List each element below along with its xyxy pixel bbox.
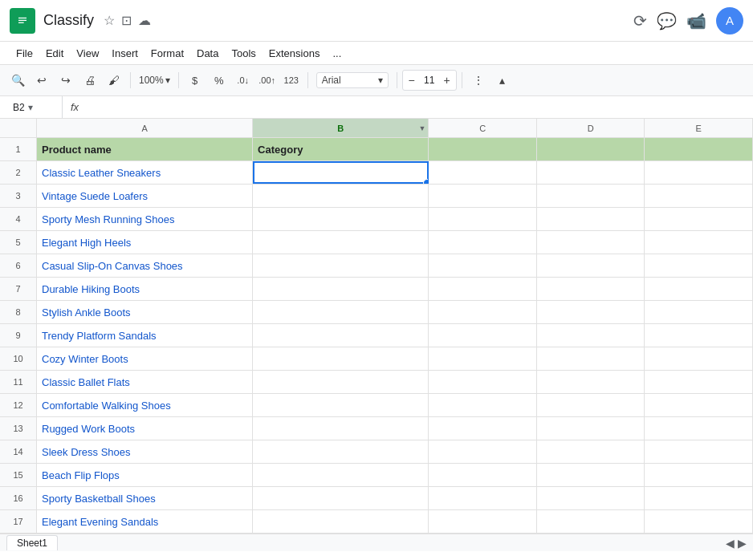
cell-a-2[interactable]: Classic Leather Sneakers: [37, 161, 253, 184]
row-number[interactable]: 4: [0, 208, 37, 230]
cell-ref-dropdown[interactable]: ▾: [28, 102, 33, 113]
cell-a-15[interactable]: Beach Flip Flops: [37, 464, 253, 486]
cell-e-7[interactable]: [645, 278, 753, 300]
cell-a-4[interactable]: Sporty Mesh Running Shoes: [37, 208, 253, 230]
cell-e-12[interactable]: [645, 394, 753, 416]
scroll-left-button[interactable]: ◀: [726, 537, 735, 550]
cell-b-13[interactable]: [253, 417, 429, 440]
cell-a-12[interactable]: Comfortable Walking Shoes: [37, 394, 253, 416]
cell-d-11[interactable]: [537, 371, 645, 393]
cell-d-4[interactable]: [537, 208, 645, 230]
print-button[interactable]: 🖨: [79, 69, 101, 91]
cell-a-13[interactable]: Rugged Work Boots: [37, 417, 253, 440]
video-icon[interactable]: 📹: [686, 11, 706, 30]
cell-b-6[interactable]: [253, 254, 429, 277]
cell-b-10[interactable]: [253, 347, 429, 370]
cell-d-3[interactable]: [537, 185, 645, 207]
font-select[interactable]: Arial ▾: [316, 72, 389, 88]
decrease-font-size-button[interactable]: −: [403, 71, 421, 90]
currency-button[interactable]: $: [184, 69, 206, 91]
cell-reference[interactable]: B2 ▾: [6, 96, 63, 118]
cell-b-3[interactable]: [253, 185, 429, 207]
cell-a-16[interactable]: Sporty Basketball Shoes: [37, 487, 253, 509]
cell-c-9[interactable]: [429, 324, 537, 347]
cell-e-17[interactable]: [645, 510, 753, 533]
cell-c-4[interactable]: [429, 208, 537, 230]
cell-c-10[interactable]: [429, 347, 537, 370]
cell-e-8[interactable]: [645, 301, 753, 323]
cell-d-5[interactable]: [537, 231, 645, 254]
cell-b-4[interactable]: [253, 208, 429, 230]
row-number[interactable]: 6: [0, 254, 37, 277]
menu-view[interactable]: View: [70, 46, 105, 61]
cell-c-16[interactable]: [429, 487, 537, 509]
doc-title[interactable]: Classify: [43, 12, 94, 29]
cell-a-17[interactable]: Elegant Evening Sandals: [37, 510, 253, 533]
cell-a-10[interactable]: Cozy Winter Boots: [37, 347, 253, 370]
cell-b-1[interactable]: Category: [253, 138, 429, 160]
cell-b-14[interactable]: [253, 440, 429, 463]
cell-c-12[interactable]: [429, 394, 537, 416]
cell-a-3[interactable]: Vintage Suede Loafers: [37, 185, 253, 207]
sheet-tab[interactable]: Sheet1: [6, 535, 58, 550]
row-number[interactable]: 13: [0, 417, 37, 440]
cell-b-7[interactable]: [253, 278, 429, 300]
row-number[interactable]: 17: [0, 510, 37, 533]
cell-b-15[interactable]: [253, 464, 429, 486]
cell-d-6[interactable]: [537, 254, 645, 277]
cell-c-5[interactable]: [429, 231, 537, 254]
cell-c-15[interactable]: [429, 464, 537, 486]
menu-data[interactable]: Data: [190, 46, 225, 61]
row-number[interactable]: 3: [0, 185, 37, 207]
row-number[interactable]: 2: [0, 161, 37, 184]
cell-c-6[interactable]: [429, 254, 537, 277]
cell-c-3[interactable]: [429, 185, 537, 207]
menu-file[interactable]: File: [10, 46, 39, 61]
row-number[interactable]: 5: [0, 231, 37, 254]
cell-e-15[interactable]: [645, 464, 753, 486]
cell-e-1[interactable]: [645, 138, 753, 160]
cell-c-2[interactable]: [429, 161, 537, 184]
cell-b-11[interactable]: [253, 371, 429, 393]
cell-d-10[interactable]: [537, 347, 645, 370]
cell-d-16[interactable]: [537, 487, 645, 509]
col-header-c[interactable]: C: [429, 119, 537, 137]
cell-e-2[interactable]: [645, 161, 753, 184]
col-header-b[interactable]: B ▼: [253, 119, 429, 137]
cell-d-14[interactable]: [537, 440, 645, 463]
cell-c-1[interactable]: [429, 138, 537, 160]
collapse-toolbar-button[interactable]: ▴: [491, 69, 514, 91]
row-number[interactable]: 1: [0, 138, 37, 160]
row-number[interactable]: 8: [0, 301, 37, 323]
cell-d-7[interactable]: [537, 278, 645, 300]
percent-button[interactable]: %: [208, 69, 230, 91]
cell-e-10[interactable]: [645, 347, 753, 370]
avatar[interactable]: A: [716, 7, 743, 34]
cell-a-11[interactable]: Classic Ballet Flats: [37, 371, 253, 393]
star-icon[interactable]: ☆: [104, 13, 115, 28]
row-number[interactable]: 12: [0, 394, 37, 416]
cell-d-15[interactable]: [537, 464, 645, 486]
menu-format[interactable]: Format: [144, 46, 190, 61]
row-number[interactable]: 10: [0, 347, 37, 370]
cell-e-14[interactable]: [645, 440, 753, 463]
paint-format-button[interactable]: 🖌: [103, 69, 125, 91]
cell-d-12[interactable]: [537, 394, 645, 416]
cell-b-16[interactable]: [253, 487, 429, 509]
zoom-control[interactable]: 100% ▾: [136, 73, 173, 87]
decrease-decimal-button[interactable]: .0↓: [232, 69, 254, 91]
menu-insert[interactable]: Insert: [105, 46, 144, 61]
cell-a-6[interactable]: Casual Slip-On Canvas Shoes: [37, 254, 253, 277]
col-header-a[interactable]: A: [37, 119, 253, 137]
cell-d-9[interactable]: [537, 324, 645, 347]
cell-a-9[interactable]: Trendy Platform Sandals: [37, 324, 253, 347]
cell-b-12[interactable]: [253, 394, 429, 416]
cell-c-8[interactable]: [429, 301, 537, 323]
cell-a-5[interactable]: Elegant High Heels: [37, 231, 253, 254]
menu-edit[interactable]: Edit: [39, 46, 70, 61]
row-number[interactable]: 16: [0, 487, 37, 509]
scroll-right-button[interactable]: ▶: [738, 537, 747, 550]
col-header-d[interactable]: D: [537, 119, 645, 137]
cell-c-11[interactable]: [429, 371, 537, 393]
redo-button[interactable]: ↪: [55, 69, 77, 91]
